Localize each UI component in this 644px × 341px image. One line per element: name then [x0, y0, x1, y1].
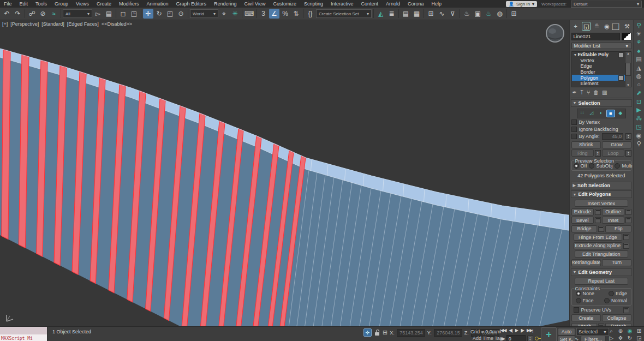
menu-interactive[interactable]: Interactive [327, 1, 357, 7]
bell-lamp-icon[interactable]: ◍ [636, 73, 642, 79]
configure-modifier-sets-icon[interactable]: ▨ [602, 89, 607, 95]
extrude-along-spline-settings-icon[interactable] [623, 243, 629, 249]
inset-button[interactable]: Inset [602, 217, 624, 224]
x-coordinate-field[interactable]: 75143,254 [397, 329, 425, 337]
menu-file[interactable]: File [0, 1, 16, 7]
border-subobject-icon[interactable]: ◗ [597, 110, 605, 116]
menu-views[interactable]: Views [72, 1, 93, 7]
stack-item-border[interactable]: Border [572, 69, 625, 75]
extrude-settings-icon[interactable] [595, 209, 601, 215]
macro-recorder-pane[interactable] [0, 327, 47, 334]
curve-editor-icon[interactable]: ∿ [437, 9, 447, 19]
unlink-selection-icon[interactable]: ⊘ [38, 9, 48, 19]
bridge-button[interactable]: Bridge [571, 225, 598, 232]
extrude-button[interactable]: Extrude [571, 208, 594, 216]
select-and-manipulate-icon[interactable]: ✳ [230, 9, 240, 19]
by-vertex-checkbox[interactable] [571, 119, 577, 125]
menu-help[interactable]: Help [428, 1, 446, 7]
by-angle-spinner[interactable]: ▲▼ [625, 133, 631, 140]
menu-create[interactable]: Create [93, 1, 115, 7]
bevel-button[interactable]: Bevel [571, 217, 594, 224]
loop-button[interactable]: Loop [602, 149, 624, 157]
import-box-icon[interactable]: ⊡ [636, 99, 641, 105]
rendered-frame-window-icon[interactable]: ▣ [473, 9, 483, 19]
stack-item-edge[interactable]: Edge [572, 63, 625, 69]
window-crossing-icon[interactable]: ◳ [129, 9, 139, 19]
viewport-layout-tabs-icon[interactable]: ⊞ [509, 9, 519, 19]
edit-geometry-rollout-header[interactable]: ▼ Edit Geometry [571, 268, 633, 276]
bevel-settings-icon[interactable] [595, 217, 601, 223]
next-frame-button[interactable]: |▶ [521, 328, 524, 333]
selection-lock-icon[interactable] [374, 329, 380, 336]
render-region-icon[interactable]: ◳ [636, 124, 641, 130]
menu-civil-view[interactable]: Civil View [241, 1, 270, 7]
set-keys-button[interactable]: + [541, 327, 557, 341]
stack-item-vertex[interactable]: Vertex [572, 58, 625, 64]
display-tab[interactable]: ⃞ [613, 22, 621, 30]
named-selection-set-field[interactable]: Create Selection Set▾ [316, 9, 372, 18]
maxscript-mini-listener[interactable]: MAXScript Mi [0, 327, 47, 341]
stack-scrollbar[interactable]: ▲ ▼ [625, 52, 631, 87]
align-icon[interactable]: ≣ [386, 9, 397, 19]
play-button[interactable]: ▶ [515, 328, 518, 333]
redo-icon[interactable]: ↷ [13, 9, 23, 19]
viewport-canvas[interactable] [0, 20, 569, 326]
preview-subobj-radio[interactable] [589, 163, 594, 169]
vertex-subobject-icon[interactable]: ∷ [579, 110, 586, 116]
key-filters-button[interactable]: Filters... [581, 336, 606, 341]
zoom-extents-icon[interactable]: ◉ [628, 328, 633, 334]
auto-key-button[interactable]: Auto [558, 328, 575, 336]
key-selection-set-dropdown[interactable]: Selected▼ [576, 328, 609, 336]
workspace-dropdown[interactable]: Default ▾ [571, 1, 642, 8]
percent-snap-icon[interactable]: % [280, 9, 290, 19]
menu-modifiers[interactable]: Modifiers [115, 1, 143, 7]
constraint-edge-radio[interactable] [609, 291, 614, 296]
object-color-swatch[interactable] [622, 33, 631, 40]
by-angle-value-field[interactable]: 45,0 [602, 133, 623, 140]
element-subobject-icon[interactable]: ◆ [617, 110, 624, 116]
preserve-uvs-checkbox[interactable] [574, 307, 579, 313]
viewport-label-edged-faces[interactable]: [Edged Faces] [67, 21, 99, 27]
constraint-normal-radio[interactable] [604, 298, 610, 303]
zoom-extents-all-icon[interactable]: ⊞ [637, 328, 641, 334]
preview-off-radio[interactable] [574, 163, 579, 169]
angle-snap-icon[interactable]: ∠ [269, 9, 279, 19]
zoom-all-icon[interactable]: ⊚ [618, 328, 623, 334]
render-in-cloud-icon[interactable]: ◍ [494, 9, 505, 19]
edit-polygons-rollout-header[interactable]: ▼ Edit Polygons [571, 190, 633, 198]
snaps-toggle-3d-icon[interactable]: 3 [258, 9, 269, 19]
ring-spinner[interactable]: ▲▼ [595, 150, 601, 157]
show-end-result-icon[interactable]: ⍑ [580, 89, 583, 96]
ignore-backfacing-checkbox[interactable] [571, 127, 577, 132]
selection-rollout-header[interactable]: ▼ Selection [571, 99, 633, 107]
key-tangents-icon[interactable]: ∿ [575, 336, 579, 341]
bridge-settings-icon[interactable] [598, 226, 604, 232]
trees-icon[interactable]: ♠ [637, 48, 641, 54]
menu-corona[interactable]: Corona [404, 1, 428, 7]
keyboard-shortcut-override-icon[interactable]: ⌨ [244, 9, 254, 19]
preview-multi-radio[interactable] [615, 163, 620, 169]
by-angle-checkbox[interactable] [571, 134, 577, 139]
perspective-viewport[interactable]: [+][Perspective][Standard][Edged Faces]<… [0, 20, 569, 326]
previous-frame-button[interactable]: ◀| [509, 328, 512, 333]
create-button[interactable]: Create [571, 314, 601, 321]
object-name-field[interactable]: Line021 [571, 33, 621, 40]
constraint-none-radio[interactable] [576, 291, 581, 296]
stack-item-editable-poly[interactable]: ▼Editable Poly [572, 52, 625, 58]
edge-subobject-icon[interactable]: ◿ [588, 110, 595, 116]
cone-light-icon[interactable]: ◮ [636, 65, 641, 71]
menu-tools[interactable]: Tools [32, 1, 51, 7]
scroll-down-icon[interactable]: ▼ [627, 83, 630, 87]
menu-rendering[interactable]: Rendering [210, 1, 241, 7]
insert-vertex-button[interactable]: Insert Vertex [575, 200, 629, 207]
selection-filter-dropdown[interactable]: All▾ [63, 9, 92, 18]
field-of-view-icon[interactable]: ▷ [609, 335, 613, 341]
hinge-settings-icon[interactable] [623, 234, 629, 240]
preserve-uvs-settings-icon[interactable] [623, 307, 629, 313]
play-box-icon[interactable]: ▶ [636, 107, 641, 113]
motion-tab[interactable]: ◉ [603, 22, 611, 30]
select-and-link-icon[interactable]: ☍ [27, 9, 37, 19]
listener-pane[interactable]: MAXScript Mi [0, 334, 47, 341]
mirror-icon[interactable]: ◭ [375, 9, 386, 19]
menu-graph-editors[interactable]: Graph Editors [172, 1, 210, 7]
